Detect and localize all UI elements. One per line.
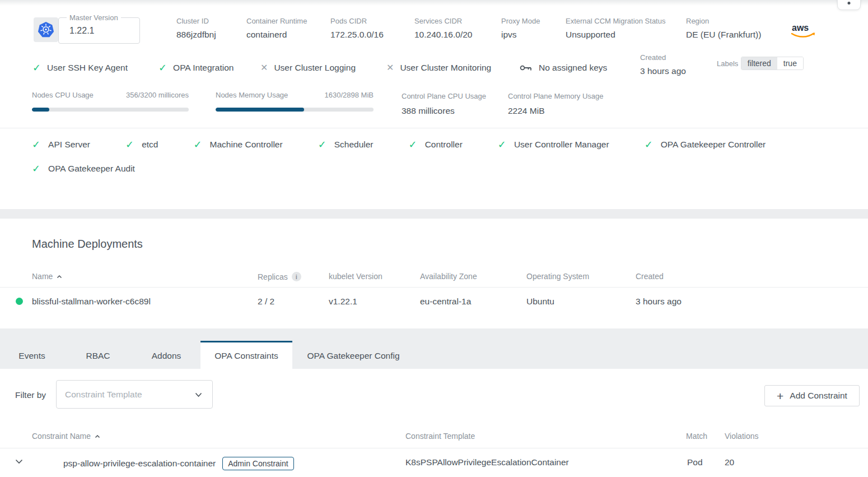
- chevron-down-icon: [195, 392, 202, 397]
- labels-label: Labels: [717, 59, 738, 68]
- constraint-column-template: Constraint Template: [405, 432, 475, 441]
- info-label: External CCM Migration Status: [566, 17, 665, 25]
- md-column-replicas: Replicas i: [258, 272, 301, 281]
- key-icon: [520, 64, 532, 72]
- md-row-kubelet-version: v1.22.1: [329, 297, 357, 307]
- md-column-created: Created: [636, 272, 664, 281]
- control-plane-cpu-usage: Control Plane CPU Usage 388 millicores: [402, 91, 486, 116]
- tab-opa-gatekeeper-config[interactable]: OPA Gatekeeper Config: [292, 341, 414, 369]
- column-label: Replicas: [258, 272, 288, 281]
- gauge-label: Nodes CPU Usage: [32, 91, 94, 99]
- constraint-template-filter-dropdown[interactable]: Constraint Template: [56, 380, 213, 409]
- info-value: DE (EU (Frankfurt)): [686, 30, 761, 39]
- md-column-availability-zone: Availability Zone: [420, 272, 477, 281]
- add-constraint-button[interactable]: + Add Constraint: [764, 385, 860, 406]
- vertical-dots-icon: [848, 2, 851, 4]
- md-column-name[interactable]: Name: [32, 272, 62, 281]
- info-value: 886jzdfbnj: [176, 30, 216, 39]
- tab-opa-constraints[interactable]: OPA Constraints: [200, 341, 292, 369]
- row-expand-chevron-icon[interactable]: [15, 459, 23, 464]
- top-shadow: [0, 0, 868, 6]
- nodes-cpu-usage-gauge: Nodes CPU Usage 356/3200 millicores: [32, 91, 189, 112]
- md-column-operating-system: Operating System: [526, 272, 589, 281]
- info-services-cidr: Services CIDR 10.240.16.0/20: [414, 17, 472, 40]
- cluster-header-card: Master Version 1.22.1 Cluster ID 886jzdf…: [0, 0, 868, 209]
- progress-fill: [32, 108, 49, 112]
- machine-deployments-title: Machine Deployments: [32, 238, 143, 251]
- usage-label: Control Plane CPU Usage: [402, 92, 486, 100]
- status-controller: ✓ Controller: [409, 140, 463, 150]
- tab-label: RBAC: [86, 351, 110, 361]
- label-chip-value: true: [777, 57, 803, 70]
- constraint-row-name[interactable]: psp-allow-privilege-escalation-container…: [63, 457, 294, 470]
- check-icon: ✓: [318, 140, 326, 150]
- feature-label: User Cluster Logging: [274, 63, 356, 73]
- label-chip: filtered true: [741, 57, 804, 70]
- check-icon: ✓: [645, 140, 653, 150]
- constraint-row-match: Pod: [687, 457, 703, 467]
- md-column-kubelet-version: kubelet Version: [329, 272, 382, 281]
- gauge-label: Nodes Memory Usage: [216, 91, 288, 99]
- status-etcd: ✓ etcd: [125, 140, 158, 150]
- info-value: Unsupported: [566, 30, 615, 39]
- info-label: Cluster ID: [176, 17, 216, 25]
- labels-block: Labels filtered true: [717, 52, 804, 70]
- status-api-server: ✓ API Server: [32, 140, 90, 150]
- feature-user-ssh-key-agent: ✓ User SSH Key Agent: [32, 63, 128, 73]
- md-row-created: 3 hours ago: [636, 297, 682, 307]
- progress-track: [32, 108, 189, 112]
- check-icon: ✓: [32, 140, 40, 150]
- info-label: Services CIDR: [414, 17, 472, 25]
- status-label: Scheduler: [334, 140, 374, 150]
- feature-user-cluster-logging: ✕ User Cluster Logging: [260, 63, 356, 73]
- sort-ascending-icon: [95, 434, 100, 438]
- nodes-memory-usage-gauge: Nodes Memory Usage 1630/2898 MiB: [216, 91, 374, 112]
- md-row-replicas: 2 / 2: [258, 297, 274, 307]
- check-icon: ✓: [158, 63, 167, 73]
- column-label: Constraint Name: [32, 432, 91, 441]
- constraint-column-violations: Violations: [725, 432, 758, 441]
- check-icon: ✓: [193, 140, 202, 150]
- info-value: ipvs: [501, 30, 517, 39]
- kubernetes-icon: [38, 21, 54, 38]
- info-icon[interactable]: i: [292, 272, 301, 281]
- status-label: API Server: [48, 140, 90, 150]
- component-statuses: ✓ API Server ✓ etcd ✓ Machine Controller…: [32, 140, 838, 174]
- progress-track: [216, 108, 374, 112]
- status-opa-gatekeeper-audit: ✓ OPA Gatekeeper Audit: [32, 164, 135, 174]
- column-label: Violations: [725, 432, 758, 441]
- info-label: Proxy Mode: [501, 17, 540, 25]
- tab-addons[interactable]: Addons: [132, 341, 200, 369]
- check-icon: ✓: [125, 140, 134, 150]
- master-version-value: 1.22.1: [69, 26, 139, 36]
- cluster-actions-menu-button[interactable]: [837, 0, 861, 10]
- status-label: User Controller Manager: [514, 140, 609, 150]
- constraint-column-name[interactable]: Constraint Name: [32, 432, 100, 441]
- check-icon: ✓: [32, 63, 41, 73]
- opa-constraints-panel: Filter by Constraint Template + Add Cons…: [0, 369, 868, 477]
- check-icon: ✓: [409, 140, 417, 150]
- status-scheduler: ✓ Scheduler: [318, 140, 374, 150]
- dropdown-placeholder: Constraint Template: [65, 390, 142, 400]
- constraint-row-violations: 20: [725, 457, 734, 467]
- info-region: Region DE (EU (Frankfurt)): [686, 17, 761, 40]
- tab-events[interactable]: Events: [0, 341, 64, 369]
- master-version-label: Master Version: [67, 13, 121, 22]
- feature-label: OPA Integration: [173, 63, 234, 73]
- md-row-name[interactable]: blissful-stallman-worker-c6c89l: [32, 297, 151, 307]
- add-constraint-label: Add Constraint: [790, 391, 847, 401]
- created-value: 3 hours ago: [640, 66, 686, 76]
- tab-label: Events: [18, 351, 45, 361]
- ssh-keys-text: No assigned keys: [539, 63, 607, 73]
- info-label: Region: [686, 17, 761, 25]
- info-label: Pods CIDR: [330, 17, 384, 25]
- check-icon: ✓: [498, 140, 506, 150]
- status-user-controller-manager: ✓ User Controller Manager: [498, 140, 609, 150]
- status-opa-gatekeeper-controller: ✓ OPA Gatekeeper Controller: [645, 140, 766, 150]
- tab-rbac[interactable]: RBAC: [64, 341, 132, 369]
- feature-opa-integration: ✓ OPA Integration: [158, 63, 234, 73]
- created-label: Created: [640, 53, 666, 62]
- check-icon: ✓: [32, 164, 40, 174]
- cross-icon: ✕: [386, 63, 394, 72]
- kubernetes-logo: [34, 17, 58, 42]
